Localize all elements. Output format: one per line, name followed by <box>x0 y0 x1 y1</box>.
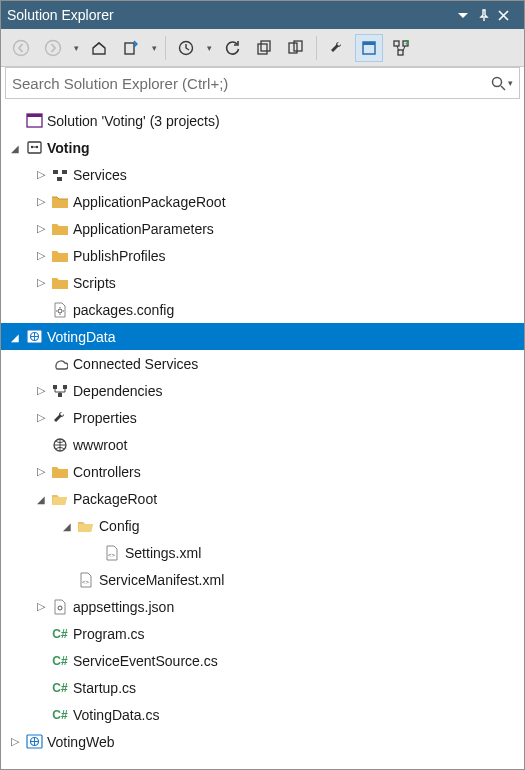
file-startup-cs[interactable]: C# Startup.cs <box>1 674 524 701</box>
preview-button[interactable] <box>355 34 383 62</box>
view-class-diagram-button[interactable]: + <box>387 34 415 62</box>
folder-packageroot[interactable]: PackageRoot <box>1 485 524 512</box>
svg-rect-22 <box>57 177 62 181</box>
item-label: ApplicationParameters <box>71 221 214 237</box>
item-label: ServiceManifest.xml <box>97 572 224 588</box>
json-file-icon <box>49 599 71 615</box>
solution-tree: Solution 'Voting' (3 projects) Voting Se… <box>1 103 524 769</box>
svg-rect-5 <box>261 41 270 51</box>
item-label: Program.cs <box>71 626 145 642</box>
svg-rect-10 <box>394 41 399 46</box>
item-label: Scripts <box>71 275 116 291</box>
collapse-all-button[interactable] <box>250 34 278 62</box>
item-label: VotingData.cs <box>71 707 159 723</box>
close-icon[interactable] <box>498 10 518 21</box>
file-settings-xml[interactable]: <> Settings.xml <box>1 539 524 566</box>
show-all-files-button[interactable] <box>282 34 310 62</box>
folder-open-icon <box>49 492 71 506</box>
svg-point-14 <box>493 77 502 86</box>
svg-rect-28 <box>58 393 62 397</box>
titlebar: Solution Explorer <box>1 1 524 29</box>
file-service-event-source[interactable]: C# ServiceEventSource.cs <box>1 647 524 674</box>
item-label: Config <box>97 518 139 534</box>
csharp-file-icon: C# <box>49 627 71 641</box>
svg-text:<>: <> <box>108 552 116 558</box>
folder-icon <box>49 276 71 290</box>
item-label: appsettings.json <box>71 599 174 615</box>
connected-services[interactable]: Connected Services <box>1 350 524 377</box>
panel-title: Solution Explorer <box>7 7 458 23</box>
file-appsettings[interactable]: appsettings.json <box>1 593 524 620</box>
folder-icon <box>49 465 71 479</box>
search-icon[interactable]: ▾ <box>491 76 513 91</box>
folder-publish-profiles[interactable]: PublishProfiles <box>1 242 524 269</box>
sync-dropdown[interactable]: ▾ <box>149 43 159 53</box>
dependencies-icon <box>49 383 71 399</box>
file-votingdata-cs[interactable]: C# VotingData.cs <box>1 701 524 728</box>
home-button[interactable] <box>85 34 113 62</box>
web-project-icon <box>23 328 45 345</box>
csharp-file-icon: C# <box>49 681 71 695</box>
xml-file-icon: <> <box>101 545 123 561</box>
folder-scripts[interactable]: Scripts <box>1 269 524 296</box>
nav-dropdown[interactable]: ▾ <box>71 43 81 53</box>
toolbar-separator-2 <box>316 36 317 60</box>
svg-rect-4 <box>258 44 267 54</box>
web-project-icon <box>23 733 45 750</box>
csharp-file-icon: C# <box>49 654 71 668</box>
folder-icon <box>49 195 71 209</box>
file-packages-config[interactable]: packages.config <box>1 296 524 323</box>
window-menu-icon[interactable] <box>458 10 478 20</box>
file-program-cs[interactable]: C# Program.cs <box>1 620 524 647</box>
svg-text:<>: <> <box>82 579 90 585</box>
xml-file-icon: <> <box>75 572 97 588</box>
project-votingdata[interactable]: VotingData <box>1 323 524 350</box>
svg-rect-9 <box>363 42 375 45</box>
dependencies[interactable]: Dependencies <box>1 377 524 404</box>
search-bar[interactable]: ▾ <box>5 67 520 99</box>
folder-controllers[interactable]: Controllers <box>1 458 524 485</box>
svg-rect-16 <box>27 114 42 117</box>
forward-button[interactable] <box>39 34 67 62</box>
svg-rect-21 <box>62 170 67 174</box>
svg-rect-26 <box>53 385 57 389</box>
connected-services-icon <box>49 356 71 372</box>
globe-icon <box>49 437 71 453</box>
svg-rect-27 <box>63 385 67 389</box>
folder-services[interactable]: Services <box>1 161 524 188</box>
folder-config[interactable]: Config <box>1 512 524 539</box>
pending-changes-button[interactable] <box>172 34 200 62</box>
csharp-file-icon: C# <box>49 708 71 722</box>
svg-point-0 <box>14 40 29 55</box>
folder-icon <box>49 249 71 263</box>
item-label: wwwroot <box>71 437 127 453</box>
sync-view-button[interactable] <box>117 34 145 62</box>
svg-rect-2 <box>125 43 134 54</box>
folder-app-package-root[interactable]: ApplicationPackageRoot <box>1 188 524 215</box>
project-label: VotingData <box>45 329 116 345</box>
folder-app-parameters[interactable]: ApplicationParameters <box>1 215 524 242</box>
solution-node[interactable]: Solution 'Voting' (3 projects) <box>1 107 524 134</box>
project-votingweb[interactable]: VotingWeb <box>1 728 524 755</box>
services-icon <box>49 167 71 183</box>
solution-label: Solution 'Voting' (3 projects) <box>45 113 220 129</box>
solution-icon <box>23 112 45 129</box>
properties-button[interactable] <box>323 34 351 62</box>
item-label: Connected Services <box>71 356 198 372</box>
properties[interactable]: Properties <box>1 404 524 431</box>
wwwroot[interactable]: wwwroot <box>1 431 524 458</box>
item-label: Settings.xml <box>123 545 201 561</box>
item-label: Services <box>71 167 127 183</box>
project-voting[interactable]: Voting <box>1 134 524 161</box>
refresh-button[interactable] <box>218 34 246 62</box>
pin-icon[interactable] <box>478 9 498 21</box>
pending-dropdown[interactable]: ▾ <box>204 43 214 53</box>
folder-icon <box>49 222 71 236</box>
project-label: VotingWeb <box>45 734 114 750</box>
file-service-manifest[interactable]: <> ServiceManifest.xml <box>1 566 524 593</box>
item-label: Controllers <box>71 464 141 480</box>
search-input[interactable] <box>12 75 491 92</box>
back-button[interactable] <box>7 34 35 62</box>
item-label: Startup.cs <box>71 680 136 696</box>
item-label: Dependencies <box>71 383 163 399</box>
